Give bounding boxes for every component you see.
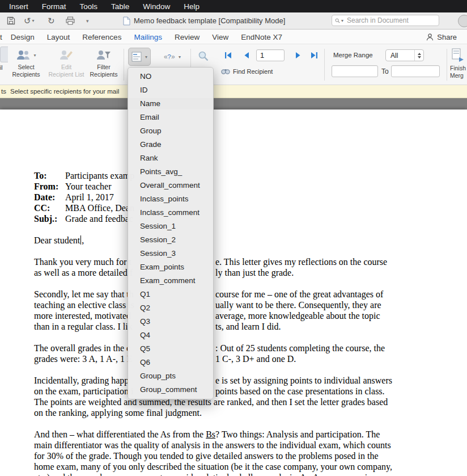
merge-field-item-group-comment[interactable]: Group_comment <box>128 383 213 397</box>
document-page[interactable]: To:Participants exampFrom:Your teacherDa… <box>0 109 467 476</box>
tab-endnote-x7[interactable]: EndNote X7 <box>235 33 288 41</box>
menubar-item-tools[interactable]: Tools <box>73 2 105 11</box>
merge-field-item-overall-comment[interactable]: Overall_comment <box>128 179 213 192</box>
doc-line-right-fragment: ts, and learn I did. <box>215 321 281 332</box>
merge-field-item-q2[interactable]: Q2 <box>128 301 213 315</box>
menubar-item-help[interactable]: Help <box>177 2 206 11</box>
menubar-item-insert[interactable]: Insert <box>2 2 35 11</box>
ribbon: il ▾ Select Recipients <box>0 44 467 85</box>
paragraph-gap <box>34 246 467 256</box>
merge-field-item-grade[interactable]: Grade <box>128 138 213 151</box>
merge-range-value: All <box>386 52 414 60</box>
menubar-item-window[interactable]: Window <box>136 2 177 11</box>
next-record-icon <box>295 52 302 59</box>
merge-field-item-inclass-points[interactable]: Inclass_points <box>128 192 213 206</box>
undo-button[interactable]: ↺ ▾ <box>24 12 35 29</box>
paragraph-gap <box>34 332 467 343</box>
doc-text-line: on the ranking, applying some final judg… <box>34 407 467 418</box>
doc-line-right-fragment: e. This letter gives my reflections on t… <box>215 256 387 267</box>
tab-references[interactable]: References <box>76 33 128 41</box>
mail-merge-label-fragment: il <box>0 64 3 71</box>
merge-field-item-session-1[interactable]: Session_1 <box>128 220 213 233</box>
save-icon <box>7 16 15 25</box>
print-button[interactable] <box>66 12 75 29</box>
print-icon <box>66 16 75 25</box>
insert-word-field-chevron-icon: ▾ <box>179 54 181 60</box>
memo-paragraphs: Thank you very much for te. This letter … <box>34 246 467 476</box>
doc-line-right-fragment: ually want to be there. Consequently, th… <box>215 300 381 310</box>
merge-field-item-session-3[interactable]: Session_3 <box>128 247 213 260</box>
search-box[interactable]: ▾ <box>332 15 439 26</box>
first-record-button[interactable] <box>222 50 234 60</box>
merge-range-stepper-icon <box>414 50 423 61</box>
merge-field-item-q1[interactable]: Q1 <box>128 288 213 301</box>
share-button[interactable]: Share <box>426 30 457 44</box>
merge-field-item-q6[interactable]: Q6 <box>128 356 213 369</box>
merge-range-from-input[interactable] <box>332 65 378 77</box>
doc-text-segment: ? Two things: Analysis and participation… <box>215 429 380 439</box>
select-recipients-button[interactable]: ▾ Select Recipients <box>9 47 43 78</box>
filter-recipients-button[interactable]: Filter Recipients <box>87 47 120 78</box>
menubar-item-format[interactable]: Format <box>35 2 73 11</box>
tab-view[interactable]: View <box>206 33 235 41</box>
redo-button[interactable]: ↻ <box>48 12 55 29</box>
preview-results-button[interactable] <box>196 49 211 64</box>
redo-icon: ↻ <box>48 16 55 26</box>
doc-line-left-fragment: grades were: 3 A, 1 A-, 1 E <box>34 354 133 364</box>
doc-text-line: for 30% of the grade. Though you tended … <box>34 450 467 461</box>
menubar-item-table[interactable]: Table <box>104 2 136 11</box>
merge-field-item-q3[interactable]: Q3 <box>128 315 213 328</box>
save-button[interactable] <box>7 12 15 29</box>
mail-merge-icon <box>0 47 8 62</box>
memo-header-row: CC:MBA Office, Dean <box>34 203 467 213</box>
finish-merge-button[interactable]: Finish Merg <box>450 47 467 79</box>
merge-field-item-group-pts[interactable]: Group_pts <box>128 369 213 383</box>
merge-field-item-session-2[interactable]: Session_2 <box>128 233 213 247</box>
merge-range-to-input[interactable] <box>391 65 440 77</box>
tab-fragment[interactable]: t <box>0 33 5 41</box>
macos-menubar: InsertFormatToolsTableWindowHelp <box>0 0 467 12</box>
insert-word-field-button[interactable]: « ? » ▾ <box>160 48 185 66</box>
search-input[interactable] <box>346 16 436 25</box>
merge-field-item-rank[interactable]: Rank <box>128 151 213 165</box>
preview-results-magnifier-icon <box>198 50 209 62</box>
merge-field-item-inclass-comment[interactable]: Inclass_comment <box>128 206 213 220</box>
merge-field-item-group[interactable]: Group <box>128 124 213 138</box>
tab-layout[interactable]: Layout <box>41 33 77 41</box>
merge-field-item-exam-comment[interactable]: Exam_comment <box>128 274 213 288</box>
merge-field-item-email[interactable]: Email <box>128 111 213 124</box>
merge-field-item-q4[interactable]: Q4 <box>128 328 213 342</box>
merge-field-item-id[interactable]: ID <box>128 83 213 97</box>
doc-line-left-fragment: as well as a more detailed f <box>34 268 133 277</box>
toolbar-more-button[interactable]: ▾ <box>85 12 89 29</box>
insert-merge-field-button[interactable]: ▾ <box>128 48 151 66</box>
svg-text:?: ? <box>167 53 171 60</box>
merge-field-item-points-avg[interactable]: Points_avg_ <box>128 165 213 179</box>
merge-field-item-no[interactable]: NO <box>128 70 213 83</box>
start-mail-merge-button-partial[interactable]: il <box>0 47 8 71</box>
record-number-input[interactable] <box>256 49 285 61</box>
salutation-comma: , <box>82 235 84 245</box>
tab-design[interactable]: Design <box>5 33 41 41</box>
merge-range-dropdown[interactable]: All <box>385 49 424 61</box>
titlebar: ↺ ▾ ↻ ▾ Memo feedback template [Compatib… <box>0 12 467 30</box>
merge-field-item-q5[interactable]: Q5 <box>128 342 213 356</box>
edit-recipient-list-button[interactable]: Edit Recipient List <box>48 47 85 78</box>
doc-line-right-fragment: ly than just the grade. <box>215 267 294 278</box>
tab-mailings[interactable]: Mailings <box>128 33 168 41</box>
filter-recipients-icon <box>96 49 111 61</box>
memo-header-label: Subj.: <box>34 213 65 224</box>
next-record-button[interactable] <box>292 50 304 60</box>
last-record-button[interactable] <box>308 50 320 60</box>
merge-field-item-name[interactable]: Name <box>128 97 213 111</box>
previous-record-button[interactable] <box>240 50 252 60</box>
account-circle-icon[interactable] <box>458 15 467 27</box>
tab-review[interactable]: Review <box>168 33 206 41</box>
memo-header-value: MBA Office, Dean <box>65 203 134 213</box>
ribbon-tab-row: tDesignLayoutReferencesMailingsReviewVie… <box>0 30 467 44</box>
doc-line-left-fragment: The overall grades in the c <box>34 343 130 353</box>
find-recipient-button[interactable]: Find Recipient <box>221 68 273 75</box>
doc-text-line: grades were: 3 A, 1 A-, 1 E1 C-, 3 D+ an… <box>34 353 467 364</box>
memo-header: To:Participants exampFrom:Your teacherDa… <box>34 170 467 224</box>
merge-field-item-exam-points[interactable]: Exam_points <box>128 260 213 274</box>
